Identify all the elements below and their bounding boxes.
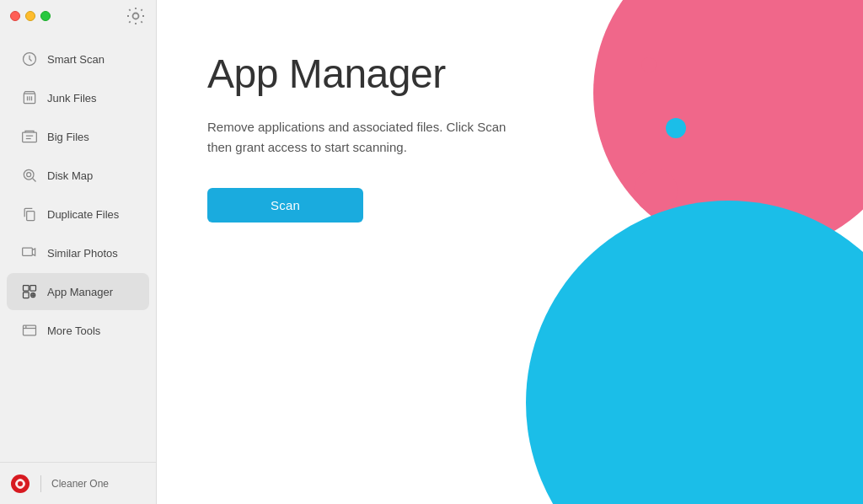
sidebar-item-duplicate-files[interactable]: Duplicate Files — [7, 196, 149, 233]
disk-map-icon — [20, 166, 39, 185]
nav-items: Smart Scan Junk Files — [0, 32, 156, 462]
svg-rect-6 — [23, 132, 37, 142]
sidebar-item-label: Duplicate Files — [47, 208, 119, 221]
similar-photos-icon — [20, 244, 39, 262]
content-area: App Manager Remove applications and asso… — [157, 0, 863, 504]
sidebar-footer: Cleaner One — [0, 462, 156, 504]
scan-button[interactable]: Scan — [207, 188, 363, 223]
sidebar-item-more-tools[interactable]: More Tools — [7, 312, 149, 349]
maximize-button[interactable] — [40, 11, 51, 21]
svg-point-0 — [133, 13, 139, 19]
footer-app-name: Cleaner One — [51, 478, 109, 490]
svg-point-11 — [27, 173, 31, 177]
page-description: Remove applications and associated files… — [207, 117, 528, 158]
svg-rect-20 — [24, 325, 36, 335]
main-content: App Manager Remove applications and asso… — [157, 0, 863, 504]
traffic-lights — [10, 11, 51, 21]
sidebar-item-label: Big Files — [47, 131, 89, 143]
svg-rect-14 — [24, 286, 29, 292]
junk-files-icon — [20, 88, 39, 107]
svg-point-24 — [18, 481, 23, 486]
sidebar-item-app-manager[interactable]: App Manager — [7, 273, 149, 310]
more-tools-icon — [20, 321, 39, 340]
sidebar-item-label: More Tools — [47, 324, 100, 337]
svg-line-10 — [33, 179, 36, 182]
sidebar-item-label: Disk Map — [47, 169, 93, 182]
sidebar-item-label: App Manager — [47, 286, 113, 298]
smart-scan-icon — [20, 50, 39, 68]
sidebar-item-smart-scan[interactable]: Smart Scan — [7, 40, 149, 78]
svg-rect-15 — [30, 286, 36, 292]
sidebar-item-label: Similar Photos — [47, 247, 118, 260]
svg-rect-12 — [27, 212, 35, 221]
duplicate-files-icon — [20, 205, 39, 223]
sidebar-item-junk-files[interactable]: Junk Files — [7, 79, 149, 116]
sidebar-item-label: Junk Files — [47, 92, 97, 105]
sidebar: Smart Scan Junk Files — [0, 0, 157, 504]
sidebar-item-similar-photos[interactable]: Similar Photos — [7, 234, 149, 271]
sidebar-item-disk-map[interactable]: Disk Map — [7, 157, 149, 194]
app-manager-icon — [20, 282, 39, 301]
trend-micro-icon — [10, 474, 30, 494]
footer-divider — [40, 475, 41, 492]
close-button[interactable] — [10, 11, 20, 21]
big-files-icon — [20, 127, 39, 146]
trend-logo — [10, 474, 30, 494]
svg-point-9 — [24, 169, 34, 180]
svg-rect-13 — [23, 248, 33, 255]
settings-icon[interactable] — [126, 6, 146, 26]
minimize-button[interactable] — [25, 11, 35, 21]
page-title: App Manager — [207, 51, 812, 97]
titlebar — [0, 0, 156, 32]
sidebar-item-label: Smart Scan — [47, 53, 105, 66]
svg-rect-16 — [24, 292, 29, 298]
sidebar-item-big-files[interactable]: Big Files — [7, 118, 149, 155]
